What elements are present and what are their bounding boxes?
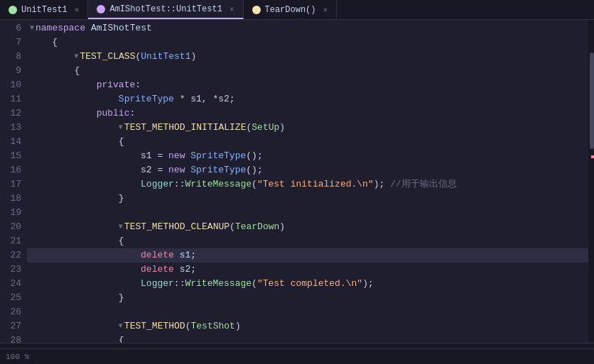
tab-label-teardown: TearDown() <box>265 5 316 15</box>
bottom-scrollbar[interactable] <box>0 343 594 348</box>
code-line-15: s1 = new SpriteType(); <box>27 149 588 163</box>
code-line-10: private: <box>27 78 588 92</box>
linenum-11: 11 <box>6 92 21 106</box>
tab-unittest1[interactable]: UnitTest1 ✕ <box>0 0 88 19</box>
linenum-6: 6 <box>6 21 21 35</box>
code-line-19 <box>27 206 588 220</box>
code-line-14: { <box>27 135 588 149</box>
collapse-20[interactable]: ▼ <box>119 220 123 234</box>
tab-amishottest[interactable]: AmIShotTest::UnitTest1 ✕ <box>88 0 243 19</box>
scrollbar-vertical[interactable] <box>588 20 594 343</box>
tab-label-amishottest: AmIShotTest::UnitTest1 <box>109 4 222 14</box>
linenum-14: 14 <box>6 135 21 149</box>
linenum-25: 25 <box>6 291 21 305</box>
linenum-8: 8 <box>6 50 21 64</box>
linenum-10: 10 <box>6 78 21 92</box>
code-line-8: ▼TEST_CLASS(UnitTest1) <box>27 50 588 64</box>
code-line-21: { <box>27 234 588 248</box>
code-line-20: ▼TEST_METHOD_CLEANUP(TearDown) <box>27 220 588 234</box>
linenum-27: 27 <box>6 319 21 333</box>
code-line-28: { <box>27 333 588 343</box>
linenum-15: 15 <box>6 149 21 163</box>
tab-icon-unittest1 <box>9 6 17 14</box>
linenum-18: 18 <box>6 192 21 206</box>
status-bar: 100 % <box>0 348 594 364</box>
title-bar: UnitTest1 ✕ AmIShotTest::UnitTest1 ✕ Tea… <box>0 0 594 20</box>
tab-close-amishottest[interactable]: ✕ <box>230 4 234 13</box>
code-line-24: Logger::WriteMessage("Test completed.\n"… <box>27 277 588 291</box>
code-line-23: delete s2; <box>27 263 588 277</box>
linenum-16: 16 <box>6 163 21 177</box>
linenum-17: 17 <box>6 177 21 192</box>
code-line-16: s2 = new SpriteType(); <box>27 163 588 177</box>
linenum-19: 19 <box>6 206 21 220</box>
linenum-26: 26 <box>6 305 21 319</box>
zoom-level: 100 % <box>6 353 29 361</box>
code-line-22: delete s1; <box>27 248 588 263</box>
code-line-18: } <box>27 192 588 206</box>
linenum-21: 21 <box>6 234 21 248</box>
code-line-25: } <box>27 291 588 305</box>
linenum-7: 7 <box>6 35 21 50</box>
editor-container: 6 7 8 9 10 11 12 13 14 15 16 17 18 19 20… <box>0 20 594 343</box>
linenum-24: 24 <box>6 277 21 291</box>
collapse-27[interactable]: ▼ <box>119 319 123 333</box>
code-line-17: Logger::WriteMessage("Test initialized.\… <box>27 177 588 192</box>
collapse-13[interactable]: ▼ <box>119 121 123 135</box>
tab-teardown[interactable]: TearDown() ✕ <box>244 0 338 19</box>
scroll-thumb[interactable] <box>590 53 594 150</box>
code-line-11: SpriteType * s1, *s2; <box>27 92 588 106</box>
code-line-9: { <box>27 64 588 78</box>
collapse-8[interactable]: ▼ <box>74 50 78 64</box>
code-area[interactable]: ▼namespace AmIShotTest { ▼TEST_CLASS(Uni… <box>27 20 588 343</box>
tab-close-teardown[interactable]: ✕ <box>323 5 328 14</box>
linenum-13: 13 <box>6 121 21 135</box>
code-line-27: ▼TEST_METHOD(TestShot) <box>27 319 588 333</box>
code-line-12: public: <box>27 106 588 121</box>
tab-close-unittest1[interactable]: ✕ <box>75 5 80 14</box>
code-line-26 <box>27 305 588 319</box>
code-line-6: ▼namespace AmIShotTest <box>27 21 588 35</box>
linenum-9: 9 <box>6 64 21 78</box>
scroll-marker <box>591 155 594 158</box>
line-numbers: 6 7 8 9 10 11 12 13 14 15 16 17 18 19 20… <box>0 20 27 343</box>
linenum-12: 12 <box>6 106 21 121</box>
linenum-23: 23 <box>6 263 21 277</box>
linenum-20: 20 <box>6 220 21 234</box>
tab-icon-teardown <box>252 6 261 14</box>
code-line-13: ▼TEST_METHOD_INITIALIZE(SetUp) <box>27 121 588 135</box>
linenum-28: 28 <box>6 333 21 343</box>
tab-label-unittest1: UnitTest1 <box>21 5 68 15</box>
linenum-22: 22 <box>6 248 21 263</box>
code-line-7: { <box>27 35 588 50</box>
tab-icon-amishottest <box>97 5 105 13</box>
collapse-6[interactable]: ▼ <box>30 21 34 35</box>
